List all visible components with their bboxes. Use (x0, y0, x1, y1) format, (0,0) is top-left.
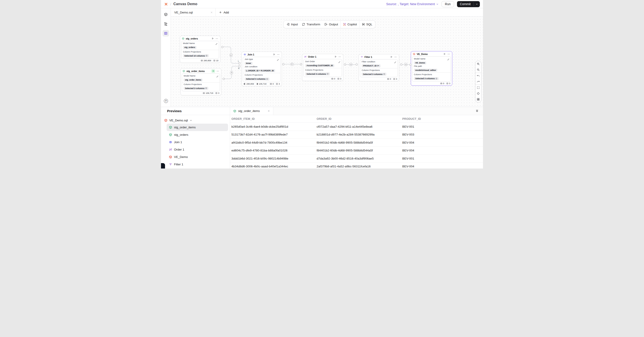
rail-lineage-button[interactable] (162, 21, 169, 27)
insert-node-button[interactable] (349, 63, 352, 66)
node-stats: 106,718 3 (181, 91, 221, 95)
close-icon[interactable] (268, 110, 270, 112)
toolbar-input-label: Input (291, 23, 298, 26)
info-icon[interactable] (266, 78, 268, 80)
tree-item-ve-demo[interactable]: VE_Demo (166, 153, 228, 161)
toolbar-output-button[interactable]: Output (322, 21, 340, 28)
play-button[interactable] (390, 56, 393, 58)
divider (182, 82, 220, 83)
edit-icon[interactable] (215, 42, 218, 45)
rows-icon (387, 78, 389, 80)
input-port[interactable] (356, 64, 358, 66)
node-join-1[interactable]: Join 1 Join type Inner Join condition L.… (242, 52, 282, 86)
insert-node-button[interactable] (290, 63, 294, 66)
close-icon[interactable] (210, 11, 213, 14)
more-options-button[interactable] (216, 37, 218, 40)
input-port[interactable] (300, 63, 302, 65)
commit-split-button[interactable]: Commit (457, 1, 480, 7)
preview-tab-stg-order-items[interactable]: stg_order_items (230, 107, 273, 115)
tree-item-join-1[interactable]: Join 1 (166, 138, 228, 146)
output-icon (324, 23, 328, 26)
edit-icon[interactable] (338, 60, 340, 63)
tree-item-stg-order-items[interactable]: stg_order_items (166, 124, 228, 131)
environment-selector[interactable]: Source: , Target: New Environment (386, 2, 438, 6)
more-options-button[interactable] (338, 55, 341, 58)
toolbar-transform-button[interactable]: Transform (300, 21, 322, 28)
output-port[interactable] (221, 46, 223, 48)
node-stats: 0 3 (359, 77, 399, 81)
locate-button[interactable] (475, 91, 482, 97)
more-options-button[interactable] (447, 53, 450, 56)
file-tab-active[interactable]: VE_Demo.sql (171, 8, 216, 16)
join-right-input-port[interactable] (238, 65, 240, 67)
cell-product-id: BEV-003 (402, 133, 483, 136)
output-port[interactable] (223, 78, 225, 80)
tree-item-filter-1[interactable]: Filter 1 (166, 161, 228, 168)
edit-icon[interactable] (277, 58, 279, 60)
run-button[interactable]: Run (442, 1, 454, 7)
info-icon[interactable] (327, 73, 329, 75)
toolbar-sql-button[interactable]: SQL (360, 21, 374, 28)
help-button[interactable]: ? (164, 99, 168, 103)
play-button[interactable] (211, 37, 214, 40)
rail-models-button[interactable] (162, 11, 169, 18)
more-options-button[interactable] (277, 53, 280, 56)
node-stg-orders[interactable]: stg_orders Model Name stg_orders Column … (180, 36, 220, 63)
cell-order-id: cf072a57-daa7-4294-bf11-a14e445e8ea6 (316, 125, 402, 128)
undo-button[interactable] (475, 73, 482, 79)
join-left-input-port[interactable] (238, 62, 240, 64)
input-port[interactable] (410, 64, 412, 66)
brand-logo-icon[interactable] (164, 2, 168, 6)
output-port[interactable] (282, 63, 284, 65)
add-tab-button[interactable]: Add (216, 8, 232, 16)
info-icon[interactable] (383, 73, 385, 75)
node-order-1[interactable]: Order 1 Sort Order Ascending CUSTOMER_ID… (302, 54, 343, 81)
zoom-in-button[interactable] (475, 61, 482, 67)
node-filter-1[interactable]: Filter 1 Filter condition PRODUCT_ID != … (358, 54, 399, 81)
play-button[interactable] (443, 53, 446, 56)
field-label: Column Projections (305, 69, 340, 71)
collapse-panel-button[interactable] (475, 109, 479, 113)
play-button[interactable] (334, 55, 337, 58)
toolbar-copilot-button[interactable]: Copilot (341, 21, 359, 28)
edit-icon[interactable] (394, 60, 396, 63)
chevron-down-icon[interactable] (190, 119, 192, 122)
play-button[interactable] (212, 69, 215, 73)
sql-icon (362, 23, 365, 26)
tree-item-stg-orders[interactable]: stg_orders (166, 131, 228, 138)
more-options-button[interactable] (216, 70, 219, 73)
divider (182, 50, 219, 50)
cell-order-item-id: af41b8c0-9f5d-44d9-bb7d-7800c49be134 (232, 141, 316, 144)
tree-item-order-1[interactable]: Order 1 (166, 146, 228, 153)
edit-icon[interactable] (447, 58, 450, 60)
output-port[interactable] (344, 64, 346, 66)
field-label: Column Projections (245, 74, 279, 76)
insert-node-button[interactable] (230, 71, 233, 74)
cell-product-id: BEV-001 (402, 157, 483, 160)
redo-button[interactable] (475, 79, 482, 85)
zoom-out-button[interactable] (475, 67, 482, 73)
insert-node-button[interactable] (230, 54, 232, 57)
layout-grid-button[interactable] (475, 97, 482, 102)
edit-icon[interactable] (216, 75, 219, 77)
node-ve-demo[interactable]: VE_Demo Model name VE_Demo File path mod… (411, 51, 452, 86)
field-label: Model Name (184, 75, 218, 77)
play-button[interactable] (273, 53, 276, 56)
toolbar-input-button[interactable]: Input (284, 21, 300, 28)
canvas[interactable]: Input Transform Output Copilot SQL (171, 17, 483, 107)
info-icon[interactable] (205, 87, 207, 89)
output-port[interactable] (400, 64, 402, 66)
more-options-button[interactable] (394, 56, 397, 58)
cube-icon (164, 13, 168, 16)
previews-sidebar: Previews VE_Demo.sql stg_order_items stg… (161, 107, 230, 169)
info-icon[interactable] (436, 78, 438, 80)
fit-view-button[interactable] (475, 85, 482, 91)
info-icon[interactable] (206, 55, 208, 57)
node-stg-order-items[interactable]: stg_order_items Model Name stg_order_ite… (180, 68, 221, 95)
chat-widget-button[interactable] (161, 163, 165, 169)
commit-caret-button[interactable] (474, 1, 480, 7)
commit-button[interactable]: Commit (457, 1, 474, 7)
rail-canvas-button[interactable] (162, 30, 169, 37)
tree-root-ve-demo-sql[interactable]: VE_Demo.sql (164, 117, 228, 124)
insert-node-button[interactable] (404, 63, 407, 66)
